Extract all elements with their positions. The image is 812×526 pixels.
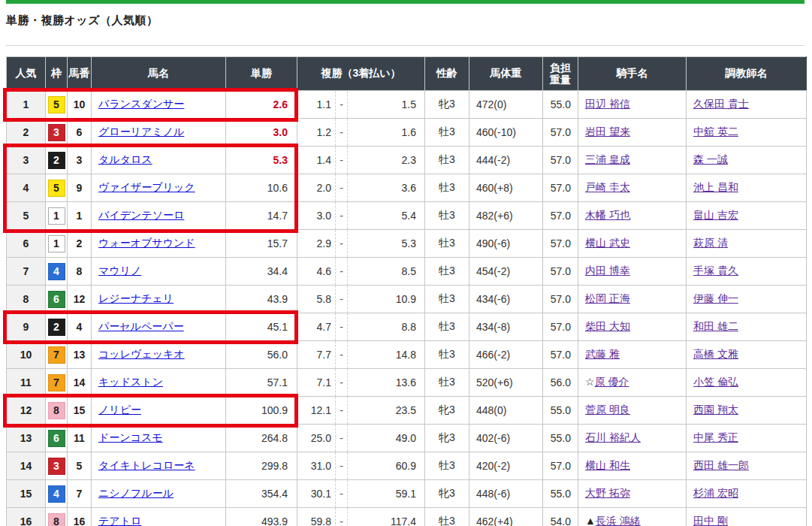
load-weight-cell: 57.0 (543, 202, 578, 230)
frame-badge: 1 (48, 235, 65, 252)
frame-cell: 8 (46, 397, 68, 425)
horse-name-link[interactable]: タイキトレコローネ (98, 459, 195, 471)
load-weight-cell: 55.0 (543, 480, 578, 508)
jockey-cell: ▲長浜 鴻緒 (578, 508, 687, 526)
jockey-link[interactable]: 原 優介 (595, 376, 629, 388)
jockey-link[interactable]: 柴田 大知 (585, 320, 630, 332)
jockey-link[interactable]: 長浜 鴻緒 (596, 515, 641, 526)
jockey-link[interactable]: 大野 拓弥 (585, 487, 630, 499)
jockey-link[interactable]: 武藤 雅 (585, 348, 620, 360)
trainer-cell: 西園 翔太 (687, 397, 807, 425)
win-odds-cell: 56.0 (226, 341, 297, 369)
trainer-link[interactable]: 久保田 貴士 (693, 98, 749, 110)
col-header-frame: 枠 (46, 57, 68, 91)
frame-badge: 8 (48, 513, 65, 526)
jockey-cell: 大野 拓弥 (578, 480, 687, 508)
horse-number-cell: 5 (68, 452, 92, 480)
horse-name-link[interactable]: コッレヴェッキオ (98, 348, 185, 360)
horse-name-link[interactable]: パーセルペーパー (98, 320, 184, 332)
horse-name-cell: バイデンテソーロ (92, 202, 226, 230)
horse-number-cell: 15 (68, 397, 92, 425)
trainer-link[interactable]: 西田 雄一郎 (693, 459, 749, 471)
jockey-link[interactable]: 横山 武史 (585, 237, 630, 249)
place-odds-range: 2.9 - 5.3 (297, 230, 424, 257)
jockey-cell: 松岡 正海 (578, 286, 687, 313)
horse-weight-cell: 444(-2) (469, 147, 543, 174)
horse-name-link[interactable]: マウリノ (98, 265, 141, 277)
jockey-link[interactable]: 石川 裕紀人 (585, 431, 641, 443)
odds-table-header: 人気 枠 馬番 馬名 単勝 複勝（3着払い） 性齢 馬体重 負担 重量 騎手名 … (7, 57, 807, 91)
place-odds-high: 8.5 (348, 258, 424, 285)
horse-number-cell: 3 (68, 147, 92, 174)
place-odds-low: 1.1 (297, 91, 335, 118)
jockey-link[interactable]: 木幡 巧也 (585, 209, 630, 221)
jockey-cell: 三浦 皇成 (578, 147, 687, 174)
frame-badge: 5 (48, 180, 65, 197)
trainer-link[interactable]: 田中 剛 (693, 515, 728, 526)
horse-name-link[interactable]: グローリアミノル (98, 125, 184, 138)
load-weight-cell: 57.0 (543, 341, 578, 369)
jockey-link[interactable]: 戸崎 圭太 (585, 181, 630, 193)
trainer-link[interactable]: 森 一誠 (693, 153, 728, 165)
trainer-link[interactable]: 杉浦 宏昭 (693, 487, 738, 499)
sex-age-cell: 牝3 (425, 425, 469, 452)
trainer-link[interactable]: 萩原 清 (693, 237, 728, 249)
jockey-link[interactable]: 岩田 望来 (585, 125, 630, 138)
trainer-link[interactable]: 西園 翔太 (693, 404, 738, 416)
load-weight-cell: 57.0 (543, 147, 578, 174)
horse-name-cell: コッレヴェッキオ (92, 341, 226, 369)
horse-name-link[interactable]: レジーナチェリ (98, 292, 174, 304)
horse-name-link[interactable]: ノリピー (98, 404, 141, 416)
trainer-link[interactable]: 和田 雄二 (693, 320, 738, 332)
odds-page: 単勝・複勝オッズ（人気順） 人気 枠 馬番 馬名 単勝 複勝（3着払い） 性齢 … (0, 0, 812, 526)
frame-cell: 5 (46, 91, 68, 119)
place-odds-separator: - (335, 230, 348, 257)
trainer-cell: 萩原 清 (687, 230, 807, 258)
trainer-cell: 高橋 文雅 (687, 341, 807, 369)
jockey-link[interactable]: 三浦 皇成 (585, 153, 630, 165)
horse-number-cell: 2 (68, 230, 92, 258)
jockey-link[interactable]: 横山 和生 (585, 459, 630, 471)
horse-name-link[interactable]: ニシノフルール (98, 487, 174, 499)
place-odds-range: 30.1 - 59.1 (297, 480, 424, 507)
horse-name-link[interactable]: ヴァイザーブリック (98, 181, 195, 193)
trainer-link[interactable]: 手塚 貴久 (693, 265, 738, 277)
trainer-link[interactable]: 中舘 英二 (693, 125, 738, 138)
jockey-link[interactable]: 内田 博幸 (585, 265, 630, 277)
rank-cell: 13 (7, 425, 46, 452)
place-odds-low: 5.8 (297, 286, 335, 313)
horse-name-link[interactable]: ウォーオブサウンド (98, 237, 195, 249)
place-odds-cell: 7.7 - 14.8 (297, 341, 425, 369)
table-row: 5 1 1 バイデンテソーロ 14.7 3.0 - 5.4 牡3 482(+6)… (7, 202, 807, 230)
horse-name-link[interactable]: ドーンコスモ (98, 431, 163, 443)
col-header-rank: 人気 (7, 57, 46, 91)
horse-weight-cell: 420(-2) (469, 452, 543, 480)
trainer-link[interactable]: 高橋 文雅 (693, 348, 738, 360)
win-odds-cell: 493.9 (226, 508, 297, 526)
trainer-link[interactable]: 伊藤 伸一 (693, 292, 738, 304)
horse-name-link[interactable]: キッドストン (98, 376, 163, 388)
win-odds-cell: 354.4 (226, 480, 297, 508)
trainer-link[interactable]: 池上 昌和 (693, 181, 738, 193)
trainer-link[interactable]: 小笠 倫弘 (693, 376, 738, 388)
horse-weight-cell: 448(0) (469, 397, 543, 425)
jockey-link[interactable]: 菅原 明良 (585, 404, 630, 416)
place-odds-low: 1.2 (297, 119, 335, 146)
load-weight-cell: 57.0 (543, 119, 578, 147)
jockey-link[interactable]: 松岡 正海 (585, 292, 630, 304)
place-odds-low: 2.0 (297, 174, 335, 201)
trainer-link[interactable]: 畠山 吉宏 (693, 209, 738, 221)
col-header-trainer: 調教師名 (687, 57, 807, 91)
horse-number-cell: 13 (68, 341, 92, 369)
place-odds-high: 10.9 (348, 286, 424, 313)
place-odds-cell: 1.4 - 2.3 (297, 147, 425, 174)
frame-cell: 1 (46, 202, 68, 230)
trainer-link[interactable]: 中尾 秀正 (693, 431, 738, 443)
horse-name-link[interactable]: バイデンテソーロ (98, 209, 184, 221)
jockey-link[interactable]: 田辺 裕信 (585, 98, 630, 110)
horse-name-link[interactable]: テアトロ (98, 515, 141, 526)
rank-cell: 14 (7, 452, 46, 480)
horse-name-link[interactable]: タルタロス (98, 153, 152, 165)
rank-cell: 1 (7, 91, 46, 119)
horse-name-link[interactable]: バランスダンサー (98, 98, 184, 110)
